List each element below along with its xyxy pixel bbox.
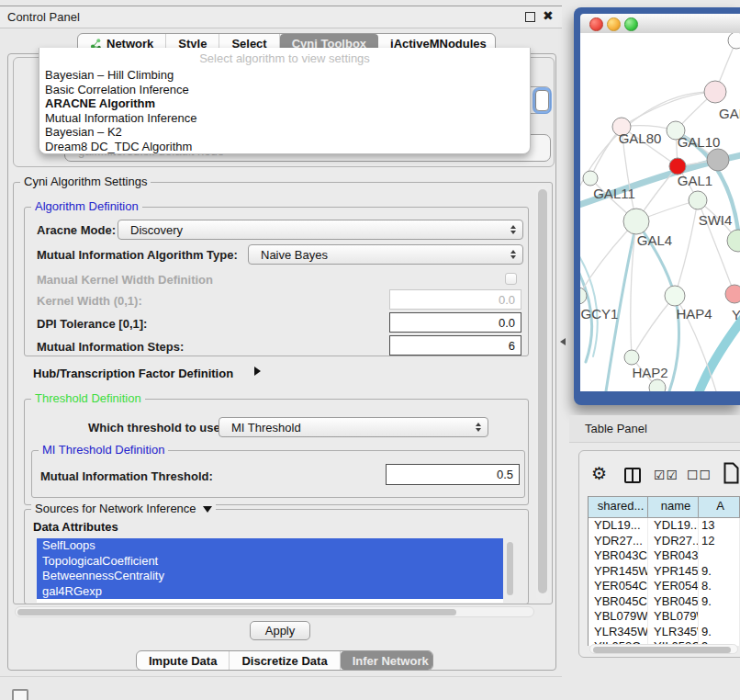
attributes-scrollbar[interactable] <box>505 540 514 601</box>
column-header[interactable]: A <box>699 497 740 517</box>
table-cell: YBL079W <box>589 609 648 625</box>
table-cell: YER054C <box>589 579 648 594</box>
data-attributes-label: Data Attributes <box>33 520 118 534</box>
bottom-tabbar: Impute DataDiscretize DataInfer Network <box>136 650 433 671</box>
node-green[interactable] <box>649 379 666 391</box>
settings-hscrollbar[interactable] <box>15 606 534 617</box>
algorithm-option[interactable]: Basic Correlation Inference <box>39 83 530 97</box>
mi-threshold-input[interactable]: 0.5 <box>386 464 520 485</box>
aracne-mode-label: Aracne Mode: <box>37 223 116 237</box>
table-row[interactable]: YDR27...YDR27...12 <box>589 534 740 549</box>
algorithm-option[interactable]: Bayesian – K2 <box>39 125 530 140</box>
mi-algorithm-type-label: Mutual Information Algorithm Type: <box>37 248 238 262</box>
node-HAP2[interactable] <box>624 350 639 365</box>
table-hscrollbar[interactable] <box>589 644 738 654</box>
node-SWI4[interactable] <box>727 230 740 252</box>
minimize-traffic-light-icon[interactable] <box>607 17 621 31</box>
which-threshold-select[interactable]: MI Threshold <box>219 417 488 437</box>
node-gray[interactable] <box>707 149 729 171</box>
node-label: Y <box>732 307 740 322</box>
table-cell: YPR145W <box>648 564 699 580</box>
close-traffic-light-icon[interactable] <box>589 17 603 31</box>
focused-spinner-fragment[interactable] <box>535 90 549 111</box>
table-cell: YDR27... <box>648 534 699 549</box>
algorithm-option[interactable]: ARACNE Algorithm <box>39 96 530 111</box>
table-row[interactable]: YER054CYER054C8. <box>589 579 740 594</box>
table-cell: YER054C <box>648 579 699 594</box>
network-edge <box>698 310 740 391</box>
network-edge <box>622 92 715 127</box>
panel-divider-arrow-icon[interactable] <box>560 338 566 345</box>
document-icon[interactable] <box>723 462 739 488</box>
network-canvas[interactable]: GALGAL80GAL10GAL1GAL11SWI4GAL4GCY1HAP4YH… <box>580 33 740 391</box>
table-settings-gear-icon[interactable]: ⚙ <box>591 464 607 484</box>
node-pink[interactable] <box>725 285 740 303</box>
table-body: YDL19...YDL19...13YDR27...YDR27...12YBR0… <box>589 518 740 646</box>
settings-scrollbar[interactable] <box>536 186 548 601</box>
float-window-icon[interactable] <box>525 12 535 22</box>
algorithm-dropdown-prompt: Select algorithm to view settings <box>39 51 530 65</box>
split-columns-icon[interactable] <box>624 468 641 483</box>
mi-steps-input[interactable]: 6 <box>389 335 521 356</box>
data-attribute-item[interactable]: gal4RGexp <box>37 584 503 600</box>
node-GAL1[interactable] <box>689 191 707 209</box>
node-GAL[interactable] <box>704 81 726 103</box>
expand-arrow-icon[interactable] <box>254 367 261 376</box>
network-window-titlebar[interactable] <box>580 14 740 33</box>
column-header[interactable]: name <box>648 497 699 517</box>
sources-title: Sources for Network Inference <box>31 502 216 515</box>
spinner-icon <box>476 423 481 432</box>
mi-algorithm-type-select[interactable]: Naive Bayes <box>248 244 523 265</box>
apply-button[interactable]: Apply <box>250 621 310 640</box>
manual-kernel-width-checkbox[interactable] <box>505 273 517 285</box>
column-header[interactable]: shared... <box>589 497 648 517</box>
dpi-tolerance-label: DPI Tolerance [0,1]: <box>37 317 147 331</box>
which-threshold-label: Which threshold to use: <box>88 421 224 435</box>
which-threshold-value: MI Threshold <box>231 421 301 435</box>
algorithm-option[interactable]: Dream8 DC_TDC Algorithm <box>39 140 530 154</box>
minimized-panel-icon[interactable] <box>12 689 28 700</box>
node-label: GCY1 <box>581 306 619 322</box>
node-GAL4[interactable] <box>623 209 649 234</box>
table-row[interactable]: YPR145WYPR145W9. <box>589 564 740 580</box>
table-row[interactable]: YLR345WYLR345W9. <box>589 625 740 640</box>
select-all-checkboxes-icon[interactable]: ☑☑ <box>654 468 678 482</box>
algorithm-option[interactable]: Bayesian – Hill Climbing <box>39 68 530 83</box>
data-attribute-item[interactable]: TopologicalCoefficient <box>37 554 503 570</box>
table-row[interactable]: YDL19...YDL19...13 <box>589 518 740 534</box>
algorithm-option[interactable]: Mutual Information Inference <box>39 111 530 126</box>
data-attribute-item[interactable]: BetweennessCentrality <box>37 569 503 584</box>
node-GAL11[interactable] <box>583 171 598 186</box>
data-attribute-item[interactable]: SelfLoops <box>37 538 503 554</box>
node[interactable] <box>728 33 740 49</box>
table-row[interactable]: YBR043CYBR043C <box>589 548 740 564</box>
table-row[interactable]: YBR045CYBR045C9. <box>589 594 740 610</box>
node-label: HAP2 <box>632 365 667 380</box>
table-cell <box>699 548 740 564</box>
window-bottom-border <box>0 676 562 677</box>
table-header-row: shared...nameA <box>589 496 740 518</box>
tab-infer-network[interactable]: Infer Network <box>341 651 433 670</box>
kernel-width-label: Kernel Width (0,1): <box>37 294 142 308</box>
node-HAP4[interactable] <box>665 286 685 306</box>
aracne-mode-value: Discovery <box>130 223 183 237</box>
tab-impute-data[interactable]: Impute Data <box>137 651 230 670</box>
zoom-traffic-light-icon[interactable] <box>624 17 638 31</box>
table-row[interactable]: YBL079WYBL079W <box>589 609 740 625</box>
deselect-all-checkboxes-icon[interactable]: ☐☐ <box>687 468 712 482</box>
close-icon[interactable]: ✖ <box>543 8 554 23</box>
table-cell: YBL079W <box>648 609 699 625</box>
mi-threshold-title: MI Threshold Definition <box>39 444 168 457</box>
kernel-width-input[interactable]: 0.0 <box>389 289 521 310</box>
table-cell: YDL19... <box>589 518 648 534</box>
node-label: GAL1 <box>678 173 712 188</box>
collapse-arrow-icon[interactable] <box>203 506 212 513</box>
data-attributes-list[interactable]: SelfLoopsTopologicalCoefficientBetweenne… <box>37 538 503 603</box>
cyni-algorithm-settings-title: Cyni Algorithm Settings <box>20 175 151 188</box>
node-table[interactable]: shared...nameA YDL19...YDL19...13YDR27..… <box>588 496 740 646</box>
table-cell: YBR043C <box>589 548 648 564</box>
aracne-mode-select[interactable]: Discovery <box>118 220 523 240</box>
tab-discretize-data[interactable]: Discretize Data <box>230 651 340 670</box>
dpi-tolerance-input[interactable]: 0.0 <box>389 312 521 333</box>
table-cell: 8. <box>699 579 740 594</box>
